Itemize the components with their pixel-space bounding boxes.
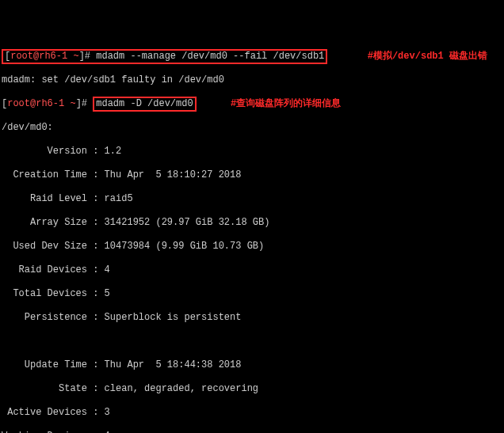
prompt: [root@rh6-1 ~]#	[2, 98, 93, 109]
detail-creation-time: Creation Time : Thu Apr 5 18:10:27 2018	[2, 169, 502, 181]
prompt-host: rh6-1	[39, 51, 67, 62]
detail-header: /dev/md0:	[2, 122, 502, 134]
prompt-user: root	[10, 51, 33, 62]
annotation-fail: #模拟/dev/sdb1 磁盘出错	[368, 51, 487, 62]
detail-used-dev-size: Used Dev Size : 10473984 (9.99 GiB 10.73…	[2, 241, 502, 253]
cmd-line-2: [root@rh6-1 ~]# mdadm -D /dev/md0 #查询磁盘阵…	[2, 98, 502, 110]
detail-raid-devices: Raid Devices : 4	[2, 264, 502, 276]
detail-total-devices: Total Devices : 5	[2, 288, 502, 300]
highlight-box-cmd2: mdadm -D /dev/md0	[93, 97, 196, 112]
command-mdadm-detail[interactable]: mdadm -D /dev/md0	[96, 98, 193, 109]
prompt-path: ~	[73, 51, 78, 62]
detail-update-time: Update Time : Thu Apr 5 18:44:38 2018	[2, 359, 502, 371]
detail-persistence: Persistence : Superblock is persistent	[2, 312, 502, 324]
detail-raid-level: Raid Level : raid5	[2, 193, 502, 205]
prompt: [root@rh6-1 ~]#	[5, 51, 96, 62]
prompt-hash: #	[85, 51, 90, 62]
detail-array-size: Array Size : 31421952 (29.97 GiB 32.18 G…	[2, 217, 502, 229]
blank-line	[2, 336, 502, 348]
detail-active-devices: Active Devices : 3	[2, 407, 502, 419]
detail-version: Version : 1.2	[2, 146, 502, 158]
detail-state: State : clean, degraded, recovering	[2, 383, 502, 395]
command-mdadm-fail[interactable]: mdadm --manage /dev/md0 --fail /dev/sdb1	[96, 51, 324, 62]
highlight-box-cmd1: [root@rh6-1 ~]# mdadm --manage /dev/md0 …	[2, 49, 327, 64]
output-set-faulty: mdadm: set /dev/sdb1 faulty in /dev/md0	[2, 74, 502, 86]
annotation-detail: #查询磁盘阵列的详细信息	[231, 98, 341, 109]
cmd-line-1: [root@rh6-1 ~]# mdadm --manage /dev/md0 …	[2, 51, 502, 63]
